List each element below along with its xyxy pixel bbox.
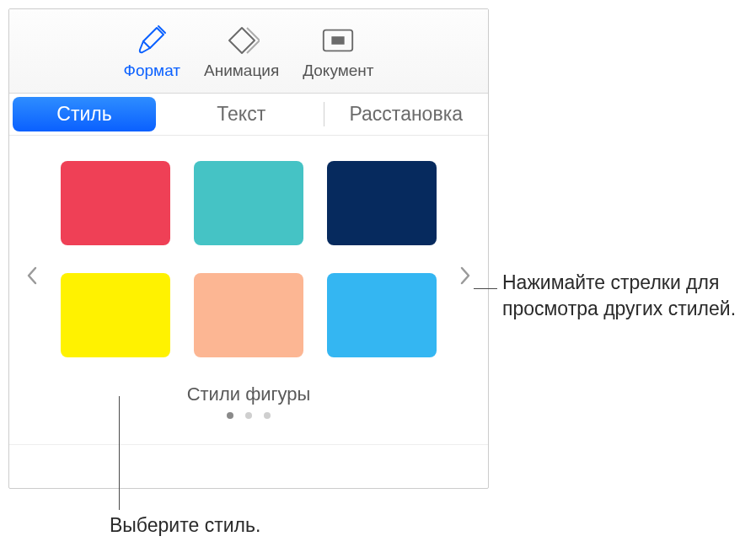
callout-choose: Выберите стиль. <box>110 514 260 537</box>
page-dot[interactable] <box>245 412 252 419</box>
callout-arrows: Нажимайте стрелки для просмотра других с… <box>502 270 747 322</box>
diamond-icon <box>224 23 260 58</box>
styles-area: Стили фигуры <box>9 136 488 444</box>
page-dot[interactable] <box>227 412 233 419</box>
toolbar-animation-button[interactable]: Анимация <box>204 23 279 80</box>
paintbrush-icon <box>134 23 169 58</box>
tab-style-label: Стиль <box>56 103 111 126</box>
swatch-red[interactable] <box>61 161 170 245</box>
toolbar-format-button[interactable]: Формат <box>124 23 181 80</box>
page-dot[interactable] <box>264 412 271 419</box>
inspector-panel: Формат Анимация Документ Стиль <box>8 8 489 489</box>
styles-next-button[interactable] <box>453 266 478 290</box>
swatch-peach[interactable] <box>194 273 303 357</box>
toolbar: Формат Анимация Документ <box>9 9 488 94</box>
toolbar-format-label: Формат <box>124 62 181 80</box>
format-tabs: Стиль Текст Расстановка <box>9 94 488 136</box>
tab-text-label: Текст <box>217 103 265 126</box>
swatch-navy[interactable] <box>327 161 437 245</box>
tab-arrange-label: Расстановка <box>349 103 463 126</box>
toolbar-animation-label: Анимация <box>204 62 279 80</box>
document-icon <box>320 23 356 58</box>
swatch-sky[interactable] <box>327 273 437 357</box>
styles-prev-button[interactable] <box>19 266 45 290</box>
swatch-yellow[interactable] <box>61 273 170 357</box>
tab-style[interactable]: Стиль <box>13 97 156 131</box>
scroll-hint <box>9 444 488 449</box>
callout-line <box>119 396 120 510</box>
callout-line <box>474 288 497 289</box>
swatch-teal[interactable] <box>194 161 303 245</box>
styles-section-label: Стили фигуры <box>187 383 311 405</box>
toolbar-document-button[interactable]: Документ <box>303 23 373 80</box>
page-dots <box>227 412 271 419</box>
svg-rect-1 <box>332 36 345 45</box>
tab-text[interactable]: Текст <box>159 94 324 135</box>
swatch-grid <box>61 161 437 362</box>
tab-arrange[interactable]: Расстановка <box>324 94 489 135</box>
toolbar-document-label: Документ <box>303 62 373 80</box>
